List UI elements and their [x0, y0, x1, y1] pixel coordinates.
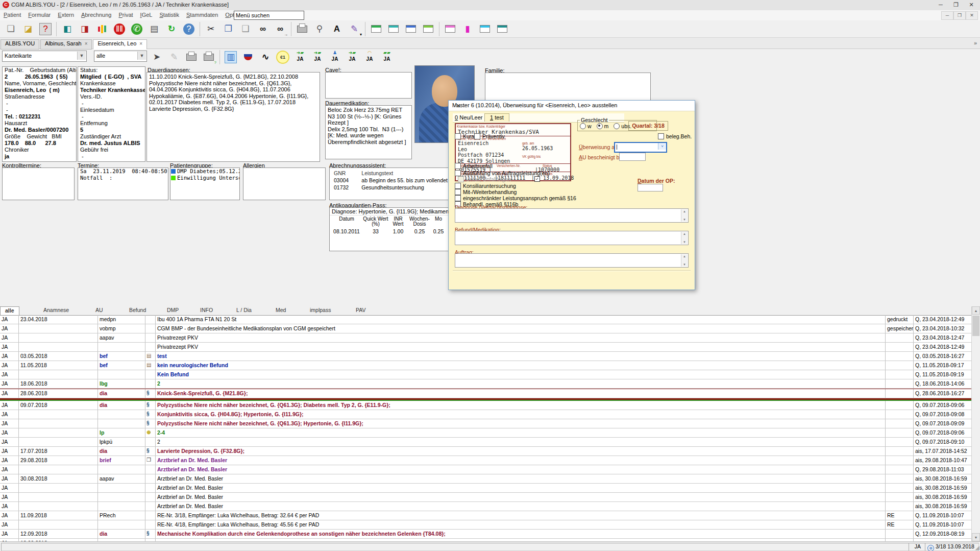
journal-row[interactable]: JA17.07.2018dia§Larvierte Depression, G.… [0, 447, 971, 456]
ja-button-3[interactable]: ♟JA [327, 50, 342, 65]
dauerdiagnosen-box[interactable]: 11.10.2010 Knick-Senk-Spreizfuß, G. {M21… [146, 72, 320, 162]
menu-item-privat[interactable]: Privat [115, 10, 136, 19]
medication-book-icon[interactable]: ◨ [77, 21, 92, 37]
filter-tab-anamnese[interactable]: Anamnese [43, 307, 69, 313]
antiko-row[interactable]: 08.10.2011331.000.250.25 [331, 228, 449, 234]
table-blue-icon[interactable] [403, 21, 419, 37]
scroll-down-icon[interactable]: ▼ [972, 533, 980, 541]
filter-tab-ldia[interactable]: L / Dia [236, 307, 252, 313]
karteikarte-view-select[interactable]: Karteikarte▼ [2, 51, 87, 62]
table-green2-icon[interactable] [421, 21, 436, 37]
ecg-icon[interactable]: ∿ [258, 50, 273, 65]
au-bescheinigt-input[interactable] [619, 153, 646, 161]
barcode-red-icon[interactable]: ‖‖ [112, 21, 127, 37]
kontrolltermine-box[interactable] [2, 167, 75, 200]
menu-item-extern[interactable]: Extern [54, 10, 78, 19]
menu-item-abrechnung[interactable]: Abrechnung [78, 10, 115, 19]
journal-row[interactable]: JA28.06.2018dia§Knick-Senk-Spreizfuß, G.… [0, 389, 971, 398]
checkbox-belegbeh[interactable]: beleg.Beh. [658, 133, 692, 139]
journal-row[interactable]: JAArztbrief an Dr. Med. Baslerais, 30.08… [0, 493, 971, 502]
journal-row[interactable]: JA30.08.2018aapavArztbrief an Dr. Med. B… [0, 474, 971, 484]
journal-row[interactable]: JA11.05.2018bef▤kein neurologischer Befu… [0, 361, 971, 370]
abr-row[interactable]: 03004ab Beginn des 55. bis zum vollendet [330, 177, 450, 184]
menu-item-statistik[interactable]: Statistik [156, 10, 183, 19]
auftrag-textarea[interactable]: ▲▼ [455, 253, 689, 268]
filter-tab-befund[interactable]: Befund [129, 307, 146, 313]
table-cyan2-icon[interactable] [477, 21, 493, 37]
paste-icon[interactable]: ❑ [238, 21, 253, 37]
signature-icon[interactable]: ✎▾ [347, 21, 362, 37]
menu-search-input[interactable] [234, 11, 304, 20]
journal-row[interactable]: JAKein BefundQ, 11.05.2018-09:19 [0, 370, 971, 379]
journal-row[interactable]: JA23.04.2018medpnIbu 400 1A Pharma FTA N… [0, 315, 971, 324]
dauermedikation-box[interactable]: Beloc Zok Herz 23.75mg RET N3 100 St (½-… [325, 105, 412, 159]
grid-magenta-icon[interactable]: ▮ [460, 21, 475, 37]
chevron-down-icon[interactable]: ˅ [658, 143, 666, 150]
dialog-tab-neu[interactable]: 0 Neu/Leer [455, 114, 482, 121]
journal-row[interactable]: JAlp⊕2-4Q, 09.07.2018-09:06 [0, 428, 971, 438]
menu-item-patient[interactable]: Patient [0, 10, 24, 19]
dialog-close-icon[interactable]: ✕ [452, 102, 464, 110]
datum-checkbox[interactable]: ✓ [534, 176, 540, 182]
clipboard-form-icon[interactable]: ▤ [146, 21, 162, 37]
journal-row[interactable]: JA§Konjunktivitis sicca, G. {H04.8G}; Hy… [0, 410, 971, 419]
menu-item-stammdaten[interactable]: Stammdaten [183, 10, 222, 19]
journal-row[interactable]: JARE-Nr. 4/18, Empfänger: Luka Wichelhau… [0, 520, 971, 530]
arbeitsunfall-checkbox[interactable]: Arbeitsunfall [455, 163, 493, 169]
print-icon[interactable] [295, 21, 310, 37]
checkbox-eingeschrnkterleistungsanspr[interactable]: eingeschränkter Leistungsanspruch gemäß … [455, 195, 576, 201]
help-shield-icon[interactable]: ? [181, 21, 197, 37]
tab-close-icon[interactable]: × [85, 41, 88, 46]
find-next-icon[interactable]: ∞→ [273, 21, 288, 37]
geschlecht-radio-w[interactable]: w [580, 123, 592, 129]
cave-box[interactable] [325, 72, 412, 99]
edit-icon[interactable]: ✎ [166, 50, 182, 65]
ja-button-4[interactable]: ➜▰JA [345, 50, 360, 65]
dialog-tab-test[interactable]: 1 test [484, 113, 509, 122]
journal-row[interactable]: JA29.08.2018brief❐Arztbrief an Dr. Med. … [0, 456, 971, 465]
filter-select[interactable]: alle▼ [94, 51, 147, 62]
refresh-icon[interactable]: ↻ [164, 21, 179, 37]
print-form-icon[interactable] [184, 50, 199, 65]
filter-tab-au[interactable]: AU [95, 307, 103, 313]
abr-row[interactable]: 01732Gesundheitsuntersuchung [330, 184, 450, 191]
close-button[interactable]: ✕ [964, 0, 979, 10]
bar-chart-icon[interactable] [94, 21, 110, 37]
table-cyan-icon[interactable] [386, 21, 401, 37]
checkbox-ausfhrungvonauftragsleistung[interactable]: Ausführung von Auftragsleistung(en) [455, 170, 550, 176]
child-restore-button[interactable]: ❐ [953, 11, 966, 20]
new-document-icon[interactable]: ❏ [3, 21, 18, 37]
find-icon[interactable]: ∞ [255, 21, 271, 37]
dialog-title-bar[interactable]: Muster 6 (10.2014), Überweisung für <Eis… [449, 101, 695, 111]
datum-op-input[interactable] [638, 184, 663, 191]
spinner-icons[interactable]: ▲▼ [681, 232, 688, 244]
patient-book-icon[interactable]: ◧ [60, 21, 75, 37]
patientengruppe-box[interactable]: DMP Diabetes;05.12.201Einwilligung Unter… [170, 167, 240, 200]
cut-icon[interactable]: ✂ [203, 21, 218, 37]
euro1-icon[interactable]: €1 [275, 50, 290, 65]
journal-scrollbar[interactable]: ▲ ▼ [971, 306, 980, 541]
allergien-box[interactable] [243, 167, 326, 200]
spinner-icons[interactable]: ▲▼ [681, 254, 688, 267]
termin-line[interactable]: Notfall : [78, 175, 168, 181]
menu-item-formular[interactable]: Formular [24, 10, 54, 19]
patientengruppe-item[interactable]: DMP Diabetes;05.12.201 [170, 168, 239, 175]
ja-button-2[interactable]: ➜▰JA [310, 50, 325, 65]
grid-pink-icon[interactable] [443, 21, 458, 37]
checkbox-mitweiterbehandlung[interactable]: Mit-/Weiterbehandlung [455, 189, 517, 195]
table-teal-icon[interactable] [495, 21, 510, 37]
journal-row[interactable]: JAaapavPrivatrezept PKVQ, 23.04.2018-12:… [0, 333, 971, 343]
child-close-button[interactable]: ✕ [966, 11, 978, 20]
patient-tab-1[interactable]: Albinus, Sarah× [40, 39, 92, 50]
filter-tab-alle[interactable]: alle [0, 306, 19, 315]
print-preview-icon[interactable]: ⚲ [312, 21, 327, 37]
filter-tab-info[interactable]: INFO [200, 307, 213, 313]
patientengruppe-item[interactable]: Einwilligung Unterschr [170, 175, 239, 181]
scroll-up-icon[interactable]: ▲ [972, 306, 980, 315]
journal-row[interactable]: JAArztbrief an Dr. Med. BaslerQ, 29.08.2… [0, 465, 971, 474]
child-minimize-button[interactable]: ─ [941, 11, 953, 20]
stamp-icon[interactable]: ➤ [149, 50, 164, 65]
journal-row[interactable]: JAlpkpü2Q, 09.07.2018-09:10 [0, 438, 971, 447]
copy-icon[interactable]: ❐ [220, 21, 236, 37]
card-name-value[interactable]: EisenreichLeoPostfach 071234DE 42179 Sol… [458, 140, 510, 164]
